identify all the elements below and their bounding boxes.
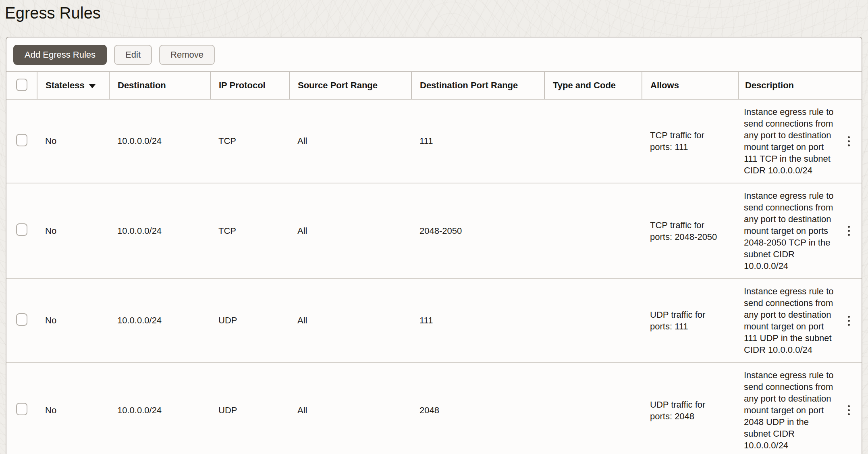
egress-rules-table: Stateless Destination IP Protocol Source… <box>6 71 862 454</box>
cell-stateless: No <box>37 279 109 362</box>
cell-destination: 10.0.0.0/24 <box>109 362 210 454</box>
column-header-stateless[interactable]: Stateless <box>37 71 109 99</box>
allows-text: UDP traffic for ports: 2048 <box>650 399 723 422</box>
cell-type-and-code <box>544 279 642 362</box>
cell-allows: UDP traffic for ports: 2048 <box>642 362 738 454</box>
row-checkbox[interactable] <box>16 134 27 146</box>
egress-rules-panel: Add Egress Rules Edit Remove Stateless D… <box>6 37 862 454</box>
column-header-ip-protocol[interactable]: IP Protocol <box>210 71 289 99</box>
cell-destination-port-range: 111 <box>411 99 544 183</box>
row-actions-button[interactable] <box>840 219 858 243</box>
select-all-header-cell <box>6 71 37 99</box>
cell-ip-protocol: UDP <box>210 279 289 362</box>
remove-button[interactable]: Remove <box>159 45 215 65</box>
cell-ip-protocol: TCP <box>210 99 289 183</box>
cell-allows: TCP traffic for ports: 111 <box>642 99 738 183</box>
description-text: Instance egress rule to send connections… <box>744 363 837 454</box>
cell-allows: TCP traffic for ports: 2048-2050 <box>642 183 738 279</box>
cell-stateless: No <box>37 183 109 279</box>
cell-type-and-code <box>544 99 642 183</box>
cell-source-port-range: All <box>289 99 411 183</box>
row-checkbox[interactable] <box>16 223 27 236</box>
kebab-menu-icon <box>848 320 850 322</box>
add-egress-rules-button[interactable]: Add Egress Rules <box>13 45 107 65</box>
table-row: No10.0.0.0/24TCPAll111TCP traffic for po… <box>6 99 862 183</box>
kebab-menu-icon <box>848 230 850 232</box>
table-row: No10.0.0.0/24TCPAll2048-2050TCP traffic … <box>6 183 862 279</box>
column-header-description[interactable]: Description <box>738 71 862 99</box>
kebab-menu-icon <box>848 140 850 142</box>
cell-destination: 10.0.0.0/24 <box>109 99 210 183</box>
cell-destination-port-range: 2048 <box>411 362 544 454</box>
cell-source-port-range: All <box>289 362 411 454</box>
cell-source-port-range: All <box>289 183 411 279</box>
cell-type-and-code <box>544 183 642 279</box>
column-header-source-port-range[interactable]: Source Port Range <box>289 71 411 99</box>
edit-button[interactable]: Edit <box>114 45 152 65</box>
cell-description: Instance egress rule to send connections… <box>738 362 862 454</box>
row-actions-button[interactable] <box>840 398 858 423</box>
table-row: No10.0.0.0/24UDPAll2048UDP traffic for p… <box>6 362 862 454</box>
cell-destination-port-range: 2048-2050 <box>411 183 544 279</box>
column-header-destination[interactable]: Destination <box>109 71 210 99</box>
cell-description: Instance egress rule to send connections… <box>738 279 862 362</box>
table-header-row: Stateless Destination IP Protocol Source… <box>6 71 862 99</box>
description-text: Instance egress rule to send connections… <box>744 100 837 183</box>
page-title: Egress Rules <box>5 3 868 23</box>
cell-select <box>6 279 37 362</box>
column-header-destination-port-range[interactable]: Destination Port Range <box>411 71 544 99</box>
row-checkbox[interactable] <box>16 313 27 326</box>
cell-destination: 10.0.0.0/24 <box>109 183 210 279</box>
cell-ip-protocol: TCP <box>210 183 289 279</box>
cell-source-port-range: All <box>289 279 411 362</box>
allows-text: TCP traffic for ports: 111 <box>650 129 723 153</box>
column-header-stateless-label: Stateless <box>46 80 85 90</box>
cell-type-and-code <box>544 362 642 454</box>
cell-stateless: No <box>37 362 109 454</box>
cell-select <box>6 183 37 279</box>
row-actions-button[interactable] <box>840 129 858 153</box>
cell-select <box>6 362 37 454</box>
description-text: Instance egress rule to send connections… <box>744 183 837 278</box>
table-row: No10.0.0.0/24UDPAll111UDP traffic for po… <box>6 279 862 362</box>
cell-description: Instance egress rule to send connections… <box>738 99 862 183</box>
row-actions-button[interactable] <box>840 308 858 333</box>
column-header-type-and-code[interactable]: Type and Code <box>544 71 642 99</box>
cell-description: Instance egress rule to send connections… <box>738 183 862 279</box>
description-text: Instance egress rule to send connections… <box>744 279 837 362</box>
cell-destination: 10.0.0.0/24 <box>109 279 210 362</box>
cell-stateless: No <box>37 99 109 183</box>
cell-allows: UDP traffic for ports: 111 <box>642 279 738 362</box>
cell-select <box>6 99 37 183</box>
cell-ip-protocol: UDP <box>210 362 289 454</box>
kebab-menu-icon <box>848 409 850 411</box>
allows-text: UDP traffic for ports: 111 <box>650 309 723 332</box>
sort-descending-icon <box>89 84 96 88</box>
column-header-allows[interactable]: Allows <box>642 71 738 99</box>
allows-text: TCP traffic for ports: 2048-2050 <box>650 219 723 243</box>
row-checkbox[interactable] <box>16 403 27 415</box>
egress-rules-toolbar: Add Egress Rules Edit Remove <box>6 37 862 71</box>
cell-destination-port-range: 111 <box>411 279 544 362</box>
select-all-checkbox[interactable] <box>16 79 27 91</box>
